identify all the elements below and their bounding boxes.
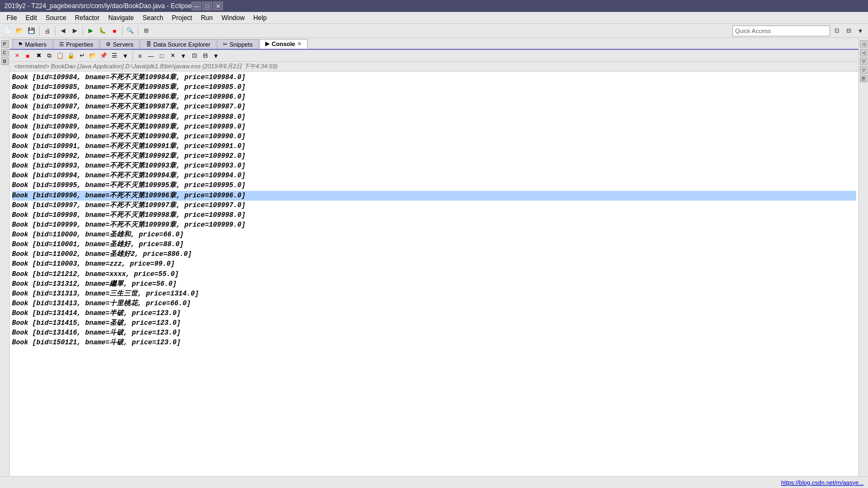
title-bar-title: 2019y2 - T224_pagebean/src/com/ly/dao/Bo…: [4, 2, 192, 10]
back-button[interactable]: ◀: [58, 25, 68, 36]
console-view-menu-button[interactable]: ≡: [135, 51, 145, 61]
console-line-9: Book [bid=109993, bname=不死不灭第109993章, pr…: [12, 161, 856, 171]
status-bar-link[interactable]: https://blog.csdn.net/m/aasye...: [781, 479, 864, 486]
title-bar: 2019y2 - T224_pagebean/src/com/ly/dao/Bo…: [0, 0, 868, 12]
tab-data-source-explorer[interactable]: 🗄Data Source Explorer: [140, 39, 216, 49]
left-gutter: P C B: [0, 38, 10, 476]
debug-button[interactable]: 🐛: [97, 25, 108, 36]
console-open-file-button[interactable]: 📂: [88, 51, 98, 61]
tab-bar: ⚑Markers☰Properties⚙Servers🗄Data Source …: [10, 38, 858, 50]
console-line-23: Book [bid=131413, bname=十里桃花, price=66.0…: [12, 299, 856, 309]
run-button[interactable]: ▶: [85, 25, 96, 36]
right-side-btn-5[interactable]: ☰: [860, 75, 867, 82]
menu-item-refactor[interactable]: Refactor: [71, 13, 104, 23]
menu-item-edit[interactable]: Edit: [21, 13, 41, 23]
toolbar-separator-4: [122, 26, 123, 36]
menu-item-file[interactable]: File: [2, 13, 21, 23]
console-dropdown-button[interactable]: ▼: [120, 51, 130, 61]
console-line-17: Book [bid=110001, bname=圣雄好, price=88.0]: [12, 240, 856, 249]
console-extra-btn-3[interactable]: ▼: [211, 51, 221, 61]
console-minimize-button[interactable]: —: [146, 51, 156, 61]
toolbar-extra-1[interactable]: ⊡: [831, 25, 842, 36]
status-bar: https://blog.csdn.net/m/aasye...: [0, 476, 868, 488]
right-side-btn-2[interactable]: ◁: [860, 49, 867, 56]
console-extra-dropdown[interactable]: ▼: [178, 51, 188, 61]
search-toolbar-button[interactable]: 🔍: [125, 25, 136, 36]
console-line-7: Book [bid=109991, bname=不死不灭第109991章, pr…: [12, 142, 856, 151]
quick-access-label: Quick Access: [735, 28, 771, 34]
menu-item-project[interactable]: Project: [168, 13, 196, 23]
console-word-wrap-button[interactable]: ↵: [77, 51, 87, 61]
tab-icon-properties: ☰: [59, 41, 64, 47]
left-side-btn-3[interactable]: B: [1, 57, 9, 65]
console-maximize-button[interactable]: □: [157, 51, 167, 61]
tab-label-markers: Markers: [25, 41, 47, 48]
tab-snippets[interactable]: ✂Snippets: [217, 39, 259, 49]
perspective-button[interactable]: ⊞: [141, 25, 151, 36]
console-remove-button[interactable]: ✖: [34, 51, 43, 61]
console-scroll-lock-button[interactable]: 🔒: [66, 51, 76, 61]
console-copy-button[interactable]: ⧉: [44, 51, 54, 61]
console-line-14: Book [bid=109998, bname=不死不灭第109998章, pr…: [12, 210, 856, 220]
console-terminate-button[interactable]: ■: [23, 51, 33, 61]
menu-item-search[interactable]: Search: [138, 13, 168, 23]
save-button[interactable]: 💾: [26, 25, 37, 36]
left-side-btn-1[interactable]: P: [1, 40, 9, 48]
console-line-4: Book [bid=109988, bname=不死不灭第109988章, pr…: [12, 112, 856, 122]
stop-button[interactable]: ■: [109, 25, 120, 36]
toolbar-extra-3[interactable]: ▼: [855, 25, 866, 36]
console-line-15: Book [bid=109999, bname=不死不灭第109999章, pr…: [12, 220, 856, 230]
tab-icon-servers: ⚙: [106, 41, 111, 47]
console-extra-btn-2[interactable]: ⊟: [200, 51, 210, 61]
toolbar-separator-3: [82, 26, 83, 36]
console-line-0: Book [bid=109984, bname=不死不灭第109984章, pr…: [12, 73, 856, 82]
close-button[interactable]: ✕: [213, 2, 223, 10]
menu-item-source[interactable]: Source: [41, 13, 71, 23]
open-button[interactable]: 📂: [14, 25, 25, 36]
left-side-btn-2[interactable]: C: [1, 49, 9, 56]
tab-console[interactable]: ▶Console✕: [259, 39, 308, 49]
menu-item-window[interactable]: Window: [217, 13, 249, 23]
toolbar-separator-2: [55, 26, 55, 36]
console-line-22: Book [bid=131313, bname=三生三世, price=1314…: [12, 289, 856, 299]
right-side-btn-3[interactable]: ▽: [860, 57, 867, 65]
console-close-button[interactable]: ✕: [168, 51, 177, 61]
new-button[interactable]: 📄: [2, 25, 13, 36]
tab-label-snippets: Snippets: [229, 41, 253, 48]
console-line-13: Book [bid=109997, bname=不死不灭第109997章, pr…: [12, 201, 856, 210]
console-line-6: Book [bid=109990, bname=不死不灭第109990章, pr…: [12, 132, 856, 142]
tab-label-console: Console: [272, 41, 295, 47]
console-line-5: Book [bid=109989, bname=不死不灭第109989章, pr…: [12, 122, 856, 132]
console-extra-btn[interactable]: ⊡: [189, 51, 199, 61]
console-line-27: Book [bid=150121, bname=斗破, price=123.0]: [12, 338, 856, 348]
console-line-18: Book [bid=110002, bname=圣雄好2, price=886.…: [12, 249, 856, 259]
quick-access-input[interactable]: Quick Access: [732, 25, 830, 36]
console-paste-button[interactable]: 📋: [55, 51, 65, 61]
print-button[interactable]: 🖨: [42, 25, 53, 36]
menu-item-navigate[interactable]: Navigate: [104, 13, 138, 23]
tab-servers[interactable]: ⚙Servers: [100, 39, 139, 49]
console-line-2: Book [bid=109986, bname=不死不灭第109986章, pr…: [12, 92, 856, 102]
console-output[interactable]: Book [bid=109984, bname=不死不灭第109984章, pr…: [10, 72, 858, 476]
minimize-button[interactable]: —: [192, 2, 201, 10]
right-side-btn-4[interactable]: ▽: [860, 66, 867, 74]
tab-markers[interactable]: ⚑Markers: [12, 39, 53, 49]
maximize-button[interactable]: □: [202, 2, 212, 10]
menu-item-help[interactable]: Help: [249, 13, 271, 23]
menu-item-run[interactable]: Run: [196, 13, 217, 23]
tab-label-servers: Servers: [113, 41, 133, 48]
console-line-16: Book [bid=110000, bname=圣雄和, price=66.0]: [12, 230, 856, 240]
tab-properties[interactable]: ☰Properties: [53, 39, 99, 49]
console-clear-button[interactable]: ✕: [12, 51, 22, 61]
forward-button[interactable]: ▶: [69, 25, 80, 36]
tab-close-console[interactable]: ✕: [297, 41, 302, 47]
console-pin-button[interactable]: 📌: [99, 51, 108, 61]
content-area: ⚑Markers☰Properties⚙Servers🗄Data Source …: [10, 38, 858, 476]
toolbar-extra-2[interactable]: ⊟: [843, 25, 854, 36]
console-line-25: Book [bid=131415, bname=圣破, price=123.0]: [12, 318, 856, 328]
console-display-selected-button[interactable]: ☰: [110, 51, 119, 61]
right-side-btn-1[interactable]: ◁: [860, 40, 867, 48]
tab-icon-snippets: ✂: [223, 41, 227, 47]
console-line-10: Book [bid=109994, bname=不死不灭第109994章, pr…: [12, 171, 856, 181]
tab-label-data source explorer: Data Source Explorer: [154, 41, 210, 48]
